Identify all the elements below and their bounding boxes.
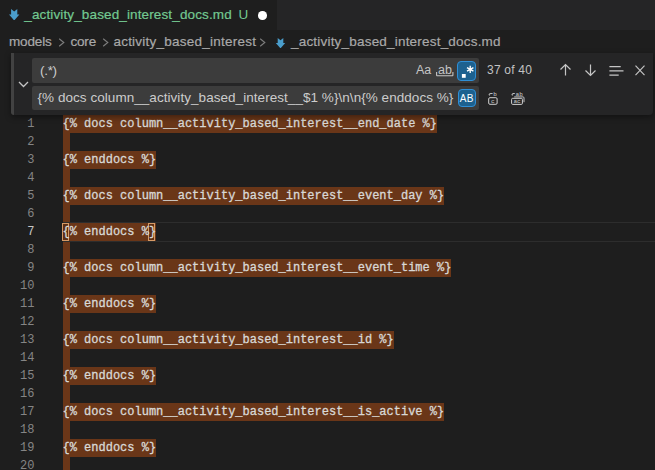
svg-text:b: b <box>493 91 497 98</box>
svg-text:c: c <box>491 98 495 105</box>
svg-text:ac: ac <box>513 98 521 105</box>
